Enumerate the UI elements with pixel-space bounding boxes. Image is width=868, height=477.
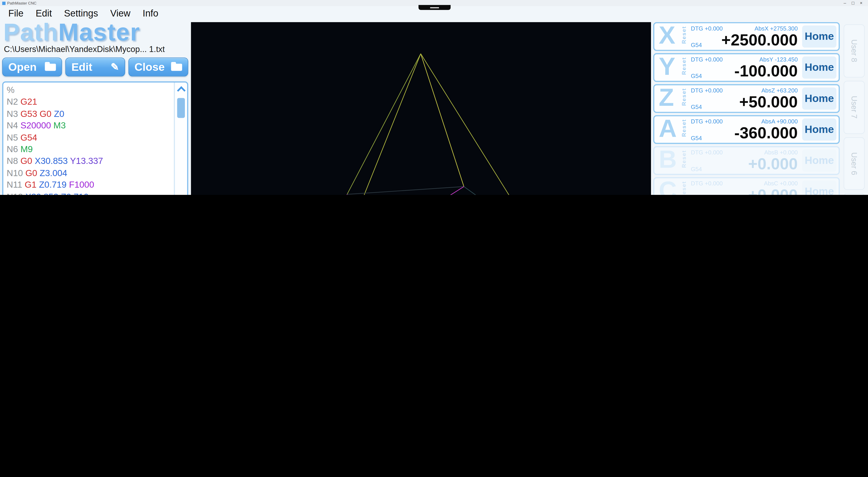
app-logo: PathMaster <box>3 18 140 46</box>
gcode-line: N12 X30.852 Z0.716 <box>6 191 170 195</box>
close-button[interactable]: × <box>860 0 862 5</box>
axis-row-a: AResetDTG +0.000G54AbsA +90.000-360.000H… <box>653 115 840 144</box>
user-tab-user-6[interactable]: User 6 <box>844 137 865 190</box>
axis-abs: AbsX +2755.300 <box>754 25 798 31</box>
axis-letter: X <box>659 21 675 50</box>
axis-value[interactable]: +0.000 <box>748 155 798 173</box>
axis-dtg: DTG +0.000 <box>691 149 723 155</box>
gcode-line: N4 S20000 M3 <box>6 120 170 131</box>
axis-abs: AbsZ +63.200 <box>761 87 798 93</box>
axis-row-b: BResetDTG +0.000G54AbsB +0.000+0.000Home <box>653 146 840 175</box>
app-window: PathMaster CNC – □ × FileEditSettingsVie… <box>0 0 868 195</box>
axis-abs: AbsC +0.000 <box>764 180 798 186</box>
close-button-label: Close <box>134 61 164 73</box>
axis-letter: A <box>659 114 677 143</box>
axis-home-button[interactable]: Home <box>802 88 837 110</box>
axis-reset-button[interactable]: Reset <box>681 150 687 168</box>
axis-reset-button[interactable]: Reset <box>681 119 687 137</box>
axis-reset-button[interactable]: Reset <box>681 88 687 106</box>
gcode-line: N8 G0 X30.853 Y13.337 <box>6 155 170 167</box>
gcode-scrollbar[interactable] <box>174 83 187 195</box>
user-tabs: User 8User 7User 6User 5User 4User 3User… <box>844 24 865 195</box>
axis-abs: AbsB +0.000 <box>764 149 798 155</box>
axis-home-button[interactable]: Home <box>802 149 837 172</box>
gcode-line: N5 G54 <box>6 131 170 143</box>
gcode-viewer[interactable]: %N2 G21N3 G53 G0 Z0N4 S20000 M3N5 G54N6 … <box>2 81 188 195</box>
axis-letter: Z <box>659 83 674 112</box>
pencil-icon: ✎ <box>111 61 119 73</box>
axis-reset-button[interactable]: Reset <box>681 181 687 195</box>
gcode-text: %N2 G21N3 G53 G0 Z0N4 S20000 M3N5 G54N6 … <box>3 83 174 195</box>
axis-wcs: G54 <box>691 103 702 110</box>
file-buttons: Open Edit ✎ Close <box>2 58 188 77</box>
toolpath-wireframe <box>191 22 651 195</box>
axis-letter: Y <box>659 52 675 81</box>
app-icon <box>2 1 6 5</box>
file-path: C:\Users\Michael\YandexDisk\Mycop... 1.t… <box>4 44 165 54</box>
axis-wcs: G54 <box>691 72 702 79</box>
axis-letter: C <box>659 176 677 195</box>
user-tab-user-7[interactable]: User 7 <box>844 81 865 133</box>
axis-abs: AbsY -123.450 <box>759 56 798 62</box>
axis-home-button[interactable]: Home <box>802 26 837 48</box>
folder-open-icon <box>45 63 56 70</box>
axis-value[interactable]: -360.000 <box>735 124 798 142</box>
maximize-button[interactable]: □ <box>852 0 855 5</box>
edit-button-label: Edit <box>71 61 92 73</box>
axis-reset-button[interactable]: Reset <box>681 57 687 75</box>
axis-dtg: DTG +0.000 <box>691 118 723 125</box>
axis-wcs: G54 <box>691 41 702 48</box>
axis-home-button[interactable]: Home <box>802 180 837 195</box>
open-button[interactable]: Open <box>2 58 62 77</box>
axis-wcs: G54 <box>691 166 702 172</box>
logo-part2: Master <box>58 18 140 46</box>
logo-part1: Path <box>3 18 58 46</box>
minimize-button[interactable]: – <box>844 0 846 5</box>
close-file-button[interactable]: Close <box>128 58 188 77</box>
axis-dtg: DTG +0.000 <box>691 25 723 31</box>
gcode-line: N2 G21 <box>6 96 170 108</box>
gcode-line: % <box>6 84 170 96</box>
menu-info[interactable]: Info <box>136 7 164 20</box>
gcode-line: N10 G0 Z3.004 <box>6 167 170 179</box>
user-tab-user-8[interactable]: User 8 <box>844 24 865 77</box>
dro-axes: XResetDTG +0.000G54AbsX +2755.300+2500.0… <box>653 22 840 195</box>
gcode-line: N11 G1 Z0.719 F1000 <box>6 179 170 191</box>
axis-dtg: DTG +0.000 <box>691 56 723 62</box>
axis-row-c: CResetDTG +0.000G54AbsC +0.000+0.000Home <box>653 177 840 195</box>
axis-row-y: YResetDTG +0.000G54AbsY -123.450-100.000… <box>653 53 840 82</box>
axis-dtg: DTG +0.000 <box>691 180 723 186</box>
gcode-line: N3 G53 G0 Z0 <box>6 108 170 120</box>
axis-letter: B <box>659 145 677 174</box>
axis-value[interactable]: +50.000 <box>739 93 798 111</box>
axis-home-button[interactable]: Home <box>802 118 837 141</box>
axis-value[interactable]: -100.000 <box>735 62 798 80</box>
scroll-up-icon[interactable] <box>177 86 185 95</box>
open-button-label: Open <box>8 61 37 73</box>
screen-recorder-notch <box>418 5 451 10</box>
axis-row-x: XResetDTG +0.000G54AbsX +2755.300+2500.0… <box>653 22 840 51</box>
axis-reset-button[interactable]: Reset <box>681 26 687 44</box>
user-tab-user-5[interactable]: User 5 <box>844 193 865 195</box>
axis-row-z: ZResetDTG +0.000G54AbsZ +63.200+50.000Ho… <box>653 84 840 113</box>
window-title: PathMaster CNC <box>7 1 37 5</box>
axis-home-button[interactable]: Home <box>802 57 837 79</box>
axis-dtg: DTG +0.000 <box>691 87 723 93</box>
axis-wcs: G54 <box>691 135 702 141</box>
axis-value[interactable]: +0.000 <box>748 186 798 195</box>
gcode-line: N6 M9 <box>6 143 170 155</box>
axis-abs: AbsA +90.000 <box>761 118 798 125</box>
folder-closed-icon <box>171 63 182 70</box>
axis-value[interactable]: +2500.000 <box>721 31 798 49</box>
toolpath-viewport[interactable]: Draw Time: 18.5748 ms = 54.6 FPS <box>191 22 651 195</box>
edit-button[interactable]: Edit ✎ <box>65 58 125 77</box>
scroll-thumb[interactable] <box>177 98 185 118</box>
